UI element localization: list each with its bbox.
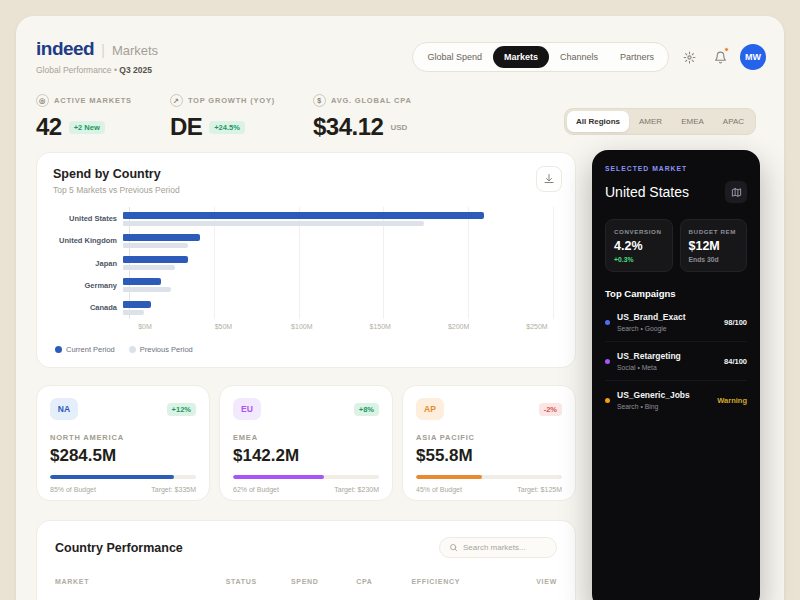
chart-title: Spend by Country xyxy=(53,167,559,181)
kpi-value: 42 xyxy=(36,113,62,141)
campaign-dot xyxy=(605,359,610,364)
region-card-asia-pacific[interactable]: AP -2% ASIA PACIFIC $55.8M 45% of Budget… xyxy=(402,385,576,501)
nav-item-markets[interactable]: Markets xyxy=(493,46,549,68)
tab-amer[interactable]: AMER xyxy=(630,111,671,132)
budget-percent: 62% of Budget xyxy=(233,486,279,493)
kpi-value: DE xyxy=(170,113,202,141)
kpi-top-growth: ↗ TOP GROWTH (YOY) DE +24.5% xyxy=(170,94,275,141)
notification-dot xyxy=(724,47,729,52)
region-name: NORTH AMERICA xyxy=(50,433,196,442)
region-name: ASIA PACIFIC xyxy=(416,433,562,442)
search-box xyxy=(439,537,557,558)
product-name: Markets xyxy=(112,43,158,58)
nav-item-partners[interactable]: Partners xyxy=(609,46,665,68)
kpi-active-markets: ◎ ACTIVE MARKETS 42 +2 New xyxy=(36,94,132,141)
stat-label: CONVERSION xyxy=(614,228,664,235)
bar-current xyxy=(123,278,161,285)
campaign-meta: Search • Bing xyxy=(617,403,690,410)
chart-row-united-kingdom: United Kingdom xyxy=(53,231,559,250)
kpi-badge: +2 New xyxy=(69,121,105,134)
region-filter-tabs: All Regions AMER EMEA APAC xyxy=(564,108,756,135)
search-input[interactable] xyxy=(463,543,547,552)
bar-chart: United States United Kingdom Japan xyxy=(53,207,559,319)
budget-percent: 85% of Budget xyxy=(50,486,96,493)
bar-current xyxy=(123,212,484,219)
campaign-item-us-generic-jobs[interactable]: US_Generic_Jobs Search • Bing Warning xyxy=(605,381,747,419)
selected-market-panel: SELECTED MARKET United States CONVERSION… xyxy=(592,150,760,600)
selected-market-title: United States xyxy=(605,184,689,200)
bar-previous xyxy=(123,243,188,248)
region-spend-value: $55.8M xyxy=(416,446,562,466)
column-cpa: CPA xyxy=(356,578,411,585)
category-label: United Kingdom xyxy=(53,236,123,245)
country-performance-card: Country Performance MARKET STATUS SPEND … xyxy=(36,520,576,600)
kpi-label: ACTIVE MARKETS xyxy=(54,96,132,105)
bar-current xyxy=(123,234,200,241)
legend-previous-period: Previous Period xyxy=(129,345,193,354)
campaign-dot xyxy=(605,320,610,325)
budget-progress-track xyxy=(50,475,196,479)
campaign-dot xyxy=(605,398,610,403)
change-badge: +12% xyxy=(167,403,196,416)
top-campaigns-title: Top Campaigns xyxy=(605,288,747,299)
legend-dot-current xyxy=(55,346,62,353)
region-code-badge: NA xyxy=(50,398,78,420)
legend-current-period: Current Period xyxy=(55,345,115,354)
table-title: Country Performance xyxy=(55,541,183,555)
bell-icon xyxy=(714,51,727,64)
avatar[interactable]: MW xyxy=(740,44,766,70)
panel-eyebrow-label: SELECTED MARKET xyxy=(605,165,747,172)
campaign-name: US_Retargeting xyxy=(617,351,681,361)
bar-previous xyxy=(123,310,144,315)
stat-sub: +0.3% xyxy=(614,256,664,263)
campaign-item-us-brand-exact[interactable]: US_Brand_Exact Search • Google 98/100 xyxy=(605,303,747,342)
header-right: Global Spend Markets Channels Partners M… xyxy=(412,42,766,72)
tick-label: $50M xyxy=(215,323,233,330)
stat-conversion: CONVERSION 4.2% +0.3% xyxy=(605,219,673,272)
region-code-badge: EU xyxy=(233,398,261,420)
campaign-score: 98/100 xyxy=(724,318,747,327)
download-icon xyxy=(543,173,555,185)
trend-up-icon: ↗ xyxy=(170,94,183,107)
chart-legend: Current Period Previous Period xyxy=(55,345,193,354)
campaign-meta: Social • Meta xyxy=(617,364,681,371)
budget-progress-fill xyxy=(233,475,324,479)
settings-button[interactable] xyxy=(678,46,700,68)
spend-by-country-chart-card: Spend by Country Top 5 Markets vs Previo… xyxy=(36,152,576,368)
chart-row-canada: Canada xyxy=(53,298,559,317)
stat-value: 4.2% xyxy=(614,239,664,253)
download-button[interactable] xyxy=(536,166,562,192)
stat-value: $12M xyxy=(689,239,739,253)
tab-all-regions[interactable]: All Regions xyxy=(567,111,629,132)
budget-progress-track xyxy=(233,475,379,479)
nav-item-channels[interactable]: Channels xyxy=(549,46,609,68)
budget-percent: 45% of Budget xyxy=(416,486,462,493)
budget-progress-fill xyxy=(416,475,482,479)
campaign-item-us-retargeting[interactable]: US_Retargeting Social • Meta 84/100 xyxy=(605,342,747,381)
chart-row-japan: Japan xyxy=(53,254,559,273)
breadcrumb-period: Q3 2025 xyxy=(119,65,152,75)
tab-emea[interactable]: EMEA xyxy=(672,111,713,132)
breadcrumb-scope: Global Performance xyxy=(36,65,112,75)
campaign-list: US_Brand_Exact Search • Google 98/100 US… xyxy=(605,303,747,419)
region-card-north-america[interactable]: NA +12% NORTH AMERICA $284.5M 85% of Bud… xyxy=(36,385,210,501)
kpi-label: AVG. GLOBAL CPA xyxy=(331,96,412,105)
chart-row-germany: Germany xyxy=(53,276,559,295)
logo-divider: | xyxy=(101,42,105,58)
map-button[interactable] xyxy=(725,181,747,203)
nav-item-global-spend[interactable]: Global Spend xyxy=(416,46,493,68)
tick-label: $200M xyxy=(448,323,469,330)
region-card-emea[interactable]: EU +8% EMEA $142.2M 62% of Budget Target… xyxy=(219,385,393,501)
campaign-score: Warning xyxy=(717,396,747,405)
tab-apac[interactable]: APAC xyxy=(714,111,753,132)
tick-label: $100M xyxy=(291,323,312,330)
bar-previous xyxy=(123,221,424,226)
bar-previous xyxy=(123,287,171,292)
search-icon xyxy=(449,543,458,552)
map-icon xyxy=(731,187,742,198)
column-spend: SPEND xyxy=(291,578,356,585)
kpi-currency-suffix: USD xyxy=(390,123,407,132)
tick-label: $0M xyxy=(138,323,152,330)
change-badge: +8% xyxy=(354,403,379,416)
notifications-button[interactable] xyxy=(709,46,731,68)
